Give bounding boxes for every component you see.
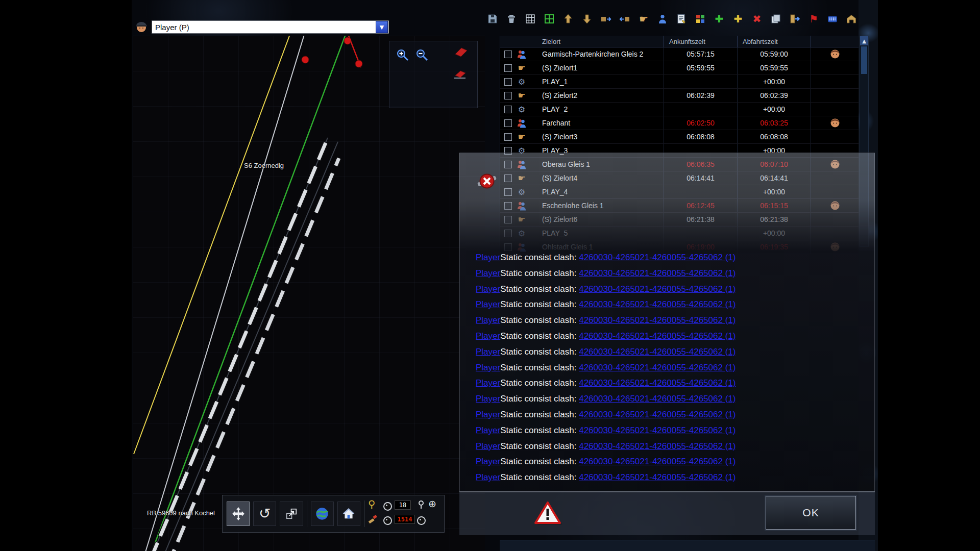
add-consist-button[interactable]: ✚ [712, 11, 727, 27]
departure-time: 06:08:08 [737, 130, 811, 143]
consist-cars-2[interactable] [156, 158, 339, 551]
consist-cars-1[interactable] [143, 143, 326, 551]
timetable-row[interactable]: ☛(S) Zielort306:08:0806:08:08 [500, 130, 859, 144]
player-link[interactable]: Player [476, 315, 500, 325]
passenger-button[interactable] [655, 11, 670, 27]
clash-text: Static consist clash: [500, 331, 579, 341]
player-link[interactable]: Player [476, 299, 500, 309]
consist-link[interactable]: 4260030-4265021-4260055-4265062 (1) [579, 472, 736, 482]
destination-label: (S) Zielort2 [529, 91, 664, 99]
marker-tool-red-icon[interactable] [452, 43, 470, 60]
player-link[interactable]: Player [476, 347, 500, 357]
remove-consist-button[interactable]: ✖ [749, 11, 765, 27]
clash-message: PlayerStatic consist clash: 4260030-4265… [476, 282, 762, 297]
consist-link[interactable]: 4260030-4265021-4260055-4265062 (1) [579, 253, 736, 262]
ok-button[interactable]: OK [766, 496, 856, 530]
world-view-button[interactable] [311, 502, 334, 526]
probe-icon[interactable] [417, 500, 425, 511]
player-link[interactable]: Player [476, 394, 500, 404]
player-link[interactable]: Player [476, 425, 500, 435]
add-marker-icon[interactable]: ⊕ [428, 499, 436, 509]
timetable-row[interactable]: ☛(S) Zielort105:59:5505:59:55 [500, 61, 859, 75]
player-dropdown[interactable]: Player (P) ▼ [152, 20, 389, 34]
counter-readout: 18 [395, 500, 411, 510]
consist-link[interactable]: 4260030-4265021-4260055-4265062 (1) [579, 315, 736, 325]
row-checkbox[interactable] [504, 92, 512, 99]
zoom-in-button[interactable] [394, 46, 412, 63]
timetable-row[interactable]: ☛(S) Zielort206:02:3906:02:39 [500, 89, 859, 103]
player-link[interactable]: Player [476, 253, 500, 262]
free-move-tool-button[interactable] [280, 502, 303, 526]
close-dialog-button[interactable] [476, 170, 498, 192]
flag-button[interactable]: ⚑ [806, 11, 821, 27]
terrain-tools-icon[interactable]: ⚲ [368, 499, 376, 509]
keypad-button[interactable] [825, 11, 840, 27]
raise-terrain-button[interactable] [560, 11, 576, 27]
consist-link[interactable]: 4260030-4265021-4260055-4265062 (1) [579, 347, 736, 357]
consist-link[interactable]: 4260030-4265021-4260055-4265062 (1) [579, 441, 736, 451]
row-checkbox[interactable] [504, 51, 512, 58]
player-link[interactable]: Player [476, 378, 500, 388]
insert-left-button[interactable] [617, 11, 632, 27]
row-checkbox[interactable] [504, 64, 512, 72]
delete-button[interactable] [504, 11, 519, 27]
consist-link[interactable]: 4260030-4265021-4260055-4265062 (1) [579, 268, 736, 278]
player-link[interactable]: Player [476, 268, 500, 278]
home-view-button[interactable] [337, 502, 360, 526]
chevron-down-icon[interactable]: ▼ [376, 21, 388, 33]
consist-link[interactable]: 4260030-4265021-4260055-4265062 (1) [579, 331, 736, 341]
clash-text: Static consist clash: [500, 410, 579, 419]
consist-link[interactable]: 4260030-4265021-4260055-4265062 (1) [579, 425, 736, 435]
add-vehicle-button[interactable]: ✚ [730, 11, 746, 27]
pan-tool-button[interactable] [227, 502, 250, 526]
toggle-button-2[interactable] [383, 516, 392, 525]
consist-link[interactable]: 4260030-4265021-4260055-4265062 (1) [579, 299, 736, 309]
zoom-out-button[interactable] [413, 46, 431, 63]
scrollbar-thumb[interactable] [861, 46, 867, 74]
row-checkbox[interactable] [504, 119, 512, 127]
depot-button[interactable] [844, 11, 859, 27]
eraser-tool-red-icon[interactable] [451, 66, 469, 82]
player-link[interactable]: Player [476, 472, 500, 482]
consist-link[interactable]: 4260030-4265021-4260055-4265062 (1) [579, 363, 736, 372]
toggle-button-3[interactable] [417, 516, 426, 525]
player-link[interactable]: Player [476, 410, 500, 419]
row-checkbox[interactable] [504, 78, 512, 86]
insert-right-button[interactable] [598, 11, 614, 27]
pointer-hand-button[interactable]: ☛ [636, 11, 651, 27]
player-link[interactable]: Player [476, 363, 500, 372]
player-link[interactable]: Player [476, 457, 500, 466]
grid-large-button[interactable] [542, 11, 557, 27]
timetable-row[interactable]: ⚙PLAY_1+00:00 [500, 75, 859, 89]
consist-link[interactable]: 4260030-4265021-4260055-4265062 (1) [579, 394, 736, 404]
player-link[interactable]: Player [476, 441, 500, 451]
player-link[interactable]: Player [476, 284, 500, 294]
consist-link[interactable]: 4260030-4265021-4260055-4265062 (1) [579, 457, 736, 466]
task-list-button[interactable] [674, 11, 689, 27]
row-checkbox[interactable] [504, 133, 512, 141]
copy-button[interactable] [768, 11, 783, 27]
row-checkbox[interactable] [504, 106, 512, 113]
player-link[interactable]: Player [476, 331, 500, 341]
track-map-canvas[interactable] [133, 36, 485, 551]
lower-terrain-button[interactable] [579, 11, 595, 27]
signal-dot[interactable] [344, 37, 351, 44]
signal-dot[interactable] [355, 60, 362, 67]
signal-dot[interactable] [302, 56, 309, 63]
markers-button[interactable] [693, 11, 708, 27]
header-destination: Zielort [529, 36, 664, 47]
scroll-up-icon[interactable]: ▲ [860, 36, 868, 45]
save-button[interactable] [485, 11, 500, 27]
timetable-row[interactable]: Garmisch-Partenkirchen Gleis 205:57:1505… [500, 47, 859, 61]
rotate-tool-button[interactable]: ↺ [253, 502, 276, 526]
timetable-row[interactable]: Farchant06:02:5006:03:25 [500, 116, 859, 130]
grid-small-button[interactable] [523, 11, 538, 27]
consist-link[interactable]: 4260030-4265021-4260055-4265062 (1) [579, 378, 736, 388]
transfer-button[interactable] [787, 11, 802, 27]
timetable-row[interactable]: ⚙PLAY_2+00:00 [500, 103, 859, 116]
brush-tool-icon[interactable] [368, 514, 378, 527]
consist-link[interactable]: 4260030-4265021-4260055-4265062 (1) [579, 284, 736, 294]
track-map-panel[interactable]: S6 Zoernedig RB 59609 nach Kochel [133, 36, 485, 551]
consist-link[interactable]: 4260030-4265021-4260055-4265062 (1) [579, 410, 736, 419]
toggle-button-1[interactable] [383, 502, 392, 511]
